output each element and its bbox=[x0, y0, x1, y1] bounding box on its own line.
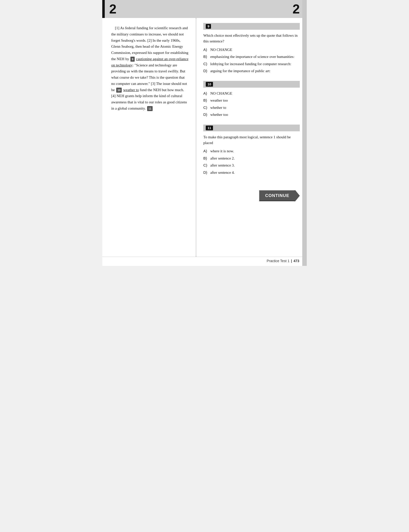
question-prompt-11: To make this paragraph most logical, sen… bbox=[203, 134, 300, 146]
page-header: 2 2 bbox=[102, 0, 307, 18]
question-prompt-9: Which choice most effectively sets up th… bbox=[203, 33, 300, 44]
choice-letter-10b: B) bbox=[203, 98, 210, 103]
passage-intro: [1] As federal funding for scientific re… bbox=[111, 26, 188, 61]
question-badge-10: 10 bbox=[116, 88, 122, 93]
choice-text-10d: whether too bbox=[210, 112, 300, 118]
header-bar-left bbox=[102, 0, 105, 18]
question-block-10: 10 A) NO CHANGE B) weather too C) whethe… bbox=[203, 81, 300, 118]
question-header-9: 9 bbox=[203, 23, 300, 30]
answer-choice-10d[interactable]: D) whether too bbox=[203, 112, 300, 118]
answer-choice-11a[interactable]: A) where it is now. bbox=[203, 148, 300, 154]
passage-text: [1] As federal funding for scientific re… bbox=[111, 25, 189, 112]
footer-label: Practice Test 1 bbox=[267, 259, 290, 263]
choice-text-11b: after sentence 2. bbox=[210, 156, 300, 161]
choice-letter-11c: C) bbox=[203, 163, 210, 168]
choice-letter-9c: C) bbox=[203, 61, 210, 67]
page: 2 2 [1] As federal funding for scientifi… bbox=[102, 0, 307, 266]
questions-column: 9 Which choice most effectively sets up … bbox=[196, 18, 307, 257]
choice-text-10b: weather too bbox=[210, 98, 300, 103]
header-left: 2 bbox=[102, 0, 121, 18]
choice-text-11d: after sentence 4. bbox=[210, 170, 300, 176]
question-block-9: 9 Which choice most effectively sets up … bbox=[203, 23, 300, 74]
answer-choice-9c[interactable]: C) lobbying for increased funding for co… bbox=[203, 61, 300, 67]
answer-choice-10a[interactable]: A) NO CHANGE bbox=[203, 91, 300, 96]
choice-text-9d: arguing for the importance of public art… bbox=[210, 68, 300, 74]
answer-choice-10b[interactable]: B) weather too bbox=[203, 98, 300, 103]
answer-choice-9a[interactable]: A) NO CHANGE bbox=[203, 47, 300, 53]
footer-pipe: | bbox=[291, 259, 292, 263]
choice-letter-10c: C) bbox=[203, 105, 210, 111]
choice-letter-11d: D) bbox=[203, 170, 210, 176]
header-right-number: 2 bbox=[288, 2, 304, 15]
choice-letter-10d: D) bbox=[203, 112, 210, 118]
main-content: [1] As federal funding for scientific re… bbox=[102, 18, 307, 257]
header-left-number: 2 bbox=[105, 2, 121, 15]
passage-underline-10: weather to bbox=[123, 88, 139, 92]
right-sidebar-strip bbox=[302, 0, 307, 266]
choice-letter-10a: A) bbox=[203, 91, 210, 96]
page-footer: Practice Test 1 | 473 bbox=[102, 257, 307, 266]
choice-text-10a: NO CHANGE bbox=[210, 91, 300, 96]
footer-page-number: 473 bbox=[294, 259, 299, 263]
question-badge-11: 11 bbox=[147, 106, 153, 111]
question-header-10: 10 bbox=[203, 81, 300, 88]
choice-text-11c: after sentence 3. bbox=[210, 163, 300, 168]
choice-text-9b: emphasizing the importance of science ov… bbox=[210, 54, 300, 60]
choice-letter-11b: B) bbox=[203, 156, 210, 161]
choice-text-9c: lobbying for increased funding for compu… bbox=[210, 61, 300, 67]
continue-button[interactable]: CONTINUE bbox=[259, 190, 295, 201]
question-header-11: 11 bbox=[203, 125, 300, 131]
question-block-11: 11 To make this paragraph most logical, … bbox=[203, 125, 300, 176]
choice-letter-11a: A) bbox=[203, 148, 210, 154]
passage-mid: : "Science and technology are providing … bbox=[111, 63, 187, 92]
choice-text-11a: where it is now. bbox=[210, 148, 300, 154]
continue-area: CONTINUE bbox=[203, 190, 300, 201]
answer-choice-9d[interactable]: D) arguing for the importance of public … bbox=[203, 68, 300, 74]
choice-letter-9b: B) bbox=[203, 54, 210, 60]
question-number-9: 9 bbox=[206, 24, 211, 29]
question-badge-9: 9 bbox=[130, 57, 134, 62]
continue-wrapper: CONTINUE bbox=[259, 190, 300, 201]
question-number-10: 10 bbox=[206, 82, 213, 87]
choice-text-10c: whether to bbox=[210, 105, 300, 111]
answer-choice-11b[interactable]: B) after sentence 2. bbox=[203, 156, 300, 161]
answer-choice-11d[interactable]: D) after sentence 4. bbox=[203, 170, 300, 176]
choice-text-9a: NO CHANGE bbox=[210, 47, 300, 53]
answer-choice-11c[interactable]: C) after sentence 3. bbox=[203, 163, 300, 168]
passage-column: [1] As federal funding for scientific re… bbox=[102, 18, 196, 257]
choice-letter-9d: D) bbox=[203, 68, 210, 74]
choice-letter-9a: A) bbox=[203, 47, 210, 53]
answer-choice-9b[interactable]: B) emphasizing the importance of science… bbox=[203, 54, 300, 60]
answer-choice-10c[interactable]: C) whether to bbox=[203, 105, 300, 111]
question-number-11: 11 bbox=[206, 126, 213, 130]
